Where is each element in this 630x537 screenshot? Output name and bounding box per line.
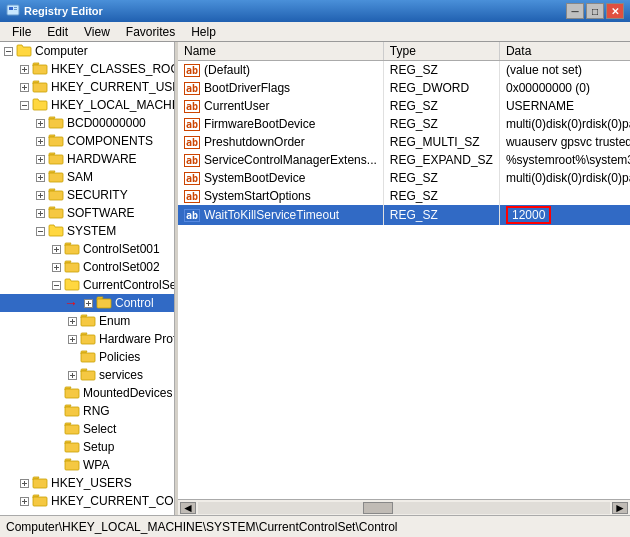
tree-node-controlset002[interactable]: ControlSet002	[0, 258, 174, 276]
tree-expander-wpa[interactable]	[48, 456, 64, 474]
tree-node-controlset001[interactable]: ControlSet001	[0, 240, 174, 258]
tree-expander-control[interactable]	[80, 294, 96, 312]
tree-expander-hardware_profiles[interactable]	[64, 330, 80, 348]
col-data[interactable]: Data	[499, 42, 630, 61]
tree-expander-controlset001[interactable]	[48, 240, 64, 258]
table-row-5[interactable]: abServiceControlManagerExtens...REG_EXPA…	[178, 151, 630, 169]
tree-expander-currentcontrolset[interactable]	[48, 276, 64, 294]
table-row-0[interactable]: ab(Default)REG_SZ(value not set)	[178, 61, 630, 79]
tree-node-hkey_current_user[interactable]: HKEY_CURRENT_USER	[0, 78, 174, 96]
tree-node-hkey_users[interactable]: HKEY_USERS	[0, 474, 174, 492]
tree-expander-mounteddevices[interactable]	[48, 384, 64, 402]
tree-expander-sam[interactable]	[32, 168, 48, 186]
tree-node-sam[interactable]: SAM	[0, 168, 174, 186]
col-type[interactable]: Type	[383, 42, 499, 61]
minimize-button[interactable]: ─	[566, 3, 584, 19]
tree-node-hkey_classes_root[interactable]: HKEY_CLASSES_ROOT	[0, 60, 174, 78]
folder-icon-wpa	[64, 457, 80, 474]
tree-node-hardware_profiles[interactable]: Hardware Profiles	[0, 330, 174, 348]
tree-expander-hkey_current_config[interactable]	[16, 492, 32, 510]
tree-node-hkey_current_config[interactable]: HKEY_CURRENT_CONFIG	[0, 492, 174, 510]
tree-expander-select[interactable]	[48, 420, 64, 438]
tree-node-rng[interactable]: RNG	[0, 402, 174, 420]
registry-table-container[interactable]: Name Type Data ab(Default)REG_SZ(value n…	[178, 42, 630, 499]
folder-icon-controlset002	[64, 259, 80, 276]
scrollbar-thumb[interactable]	[363, 502, 393, 514]
tree-expander-hardware[interactable]	[32, 150, 48, 168]
tree-expander-components[interactable]	[32, 132, 48, 150]
tree-node-software[interactable]: SOFTWARE	[0, 204, 174, 222]
col-name[interactable]: Name	[178, 42, 383, 61]
reg-type-icon-8: ab	[184, 209, 200, 222]
tree-panel[interactable]: ComputerHKEY_CLASSES_ROOTHKEY_CURRENT_US…	[0, 42, 175, 515]
scrollbar-track[interactable]	[198, 502, 610, 514]
tree-expander-setup[interactable]	[48, 438, 64, 456]
tree-node-bcd00000000[interactable]: BCD00000000	[0, 114, 174, 132]
folder-icon-hardware	[48, 151, 64, 168]
tree-expander-hkey_local_machine[interactable]	[16, 96, 32, 114]
title-bar: Registry Editor ─ □ ✕	[0, 0, 630, 22]
tree-expander-rng[interactable]	[48, 402, 64, 420]
tree-node-computer[interactable]: Computer	[0, 42, 174, 60]
tree-label-policies: Policies	[99, 350, 140, 364]
table-row-4[interactable]: abPreshutdownOrderREG_MULTI_SZwuauserv g…	[178, 133, 630, 151]
tree-node-components[interactable]: COMPONENTS	[0, 132, 174, 150]
table-row-2[interactable]: abCurrentUserREG_SZUSERNAME	[178, 97, 630, 115]
table-row-7[interactable]: abSystemStartOptionsREG_SZ	[178, 187, 630, 205]
table-row-8[interactable]: abWaitToKillServiceTimeoutREG_SZ12000	[178, 205, 630, 225]
tree-expander-controlset002[interactable]	[48, 258, 64, 276]
tree-expander-software[interactable]	[32, 204, 48, 222]
tree-node-control[interactable]: →Control	[0, 294, 174, 312]
menu-item-edit[interactable]: Edit	[39, 23, 76, 41]
window-title: Registry Editor	[24, 5, 103, 17]
menu-item-favorites[interactable]: Favorites	[118, 23, 183, 41]
cell-data-2: USERNAME	[499, 97, 630, 115]
tree-node-mounteddevices[interactable]: MountedDevices	[0, 384, 174, 402]
tree-expander-policies[interactable]	[64, 348, 80, 366]
tree-label-select: Select	[83, 422, 116, 436]
svg-rect-1	[9, 7, 13, 10]
tree-node-hkey_local_machine[interactable]: HKEY_LOCAL_MACHINE	[0, 96, 174, 114]
folder-icon-control	[96, 295, 112, 312]
tree-expander-hkey_classes_root[interactable]	[16, 60, 32, 78]
tree-label-hkey_current_user: HKEY_CURRENT_USER	[51, 80, 175, 94]
tree-node-security[interactable]: SECURITY	[0, 186, 174, 204]
close-button[interactable]: ✕	[606, 3, 624, 19]
tree-expander-computer[interactable]	[0, 42, 16, 60]
menu-item-help[interactable]: Help	[183, 23, 224, 41]
tree-node-services[interactable]: services	[0, 366, 174, 384]
tree-expander-security[interactable]	[32, 186, 48, 204]
table-row-3[interactable]: abFirmwareBootDeviceREG_SZmulti(0)disk(0…	[178, 115, 630, 133]
svg-rect-63	[81, 335, 95, 344]
menu-bar: FileEditViewFavoritesHelp	[0, 22, 630, 42]
svg-rect-23	[49, 137, 63, 146]
tree-expander-hkey_current_user[interactable]	[16, 78, 32, 96]
tree-expander-system[interactable]	[32, 222, 48, 240]
folder-icon-mounteddevices	[64, 385, 80, 402]
reg-type-icon-6: ab	[184, 172, 200, 185]
menu-item-view[interactable]: View	[76, 23, 118, 41]
tree-node-setup[interactable]: Setup	[0, 438, 174, 456]
folder-icon-hkey_current_user	[32, 79, 48, 96]
tree-node-enum[interactable]: Enum	[0, 312, 174, 330]
tree-expander-hkey_users[interactable]	[16, 474, 32, 492]
tree-node-system[interactable]: SYSTEM	[0, 222, 174, 240]
table-row-6[interactable]: abSystemBootDeviceREG_SZmulti(0)disk(0)r…	[178, 169, 630, 187]
title-buttons: ─ □ ✕	[566, 3, 624, 19]
horizontal-scrollbar[interactable]: ◄ ►	[178, 499, 630, 515]
tree-node-currentcontrolset[interactable]: CurrentControlSet	[0, 276, 174, 294]
tree-node-wpa[interactable]: WPA	[0, 456, 174, 474]
svg-rect-55	[97, 299, 111, 308]
menu-item-file[interactable]: File	[4, 23, 39, 41]
tree-expander-enum[interactable]	[64, 312, 80, 330]
table-row-1[interactable]: abBootDriverFlagsREG_DWORD0x00000000 (0)	[178, 79, 630, 97]
maximize-button[interactable]: □	[586, 3, 604, 19]
tree-node-hardware[interactable]: HARDWARE	[0, 150, 174, 168]
tree-label-control: Control	[115, 296, 154, 310]
tree-node-policies[interactable]: Policies	[0, 348, 174, 366]
tree-expander-bcd00000000[interactable]	[32, 114, 48, 132]
tree-expander-services[interactable]	[64, 366, 80, 384]
tree-node-select[interactable]: Select	[0, 420, 174, 438]
cell-name-3: abFirmwareBootDevice	[178, 115, 383, 133]
cell-type-8: REG_SZ	[383, 205, 499, 225]
